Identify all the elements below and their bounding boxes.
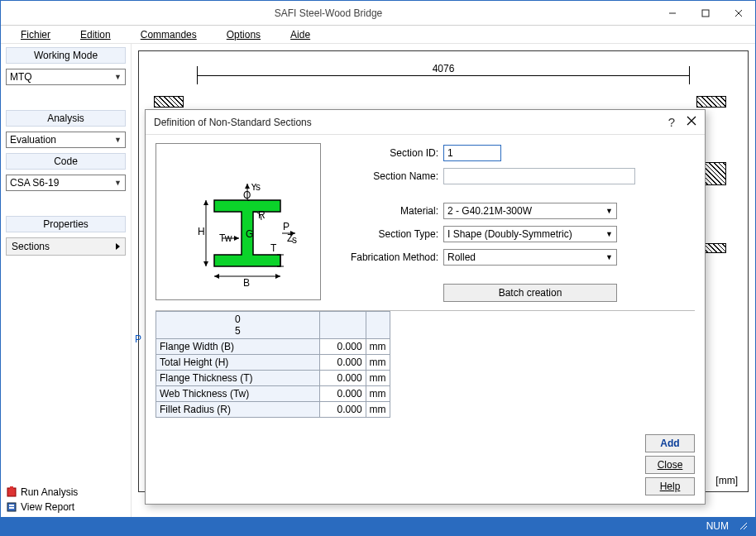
- row-label: Flange Width (B): [156, 339, 320, 355]
- add-button[interactable]: Add: [645, 434, 695, 452]
- run-analysis-icon: [6, 486, 17, 498]
- grid-header-blank: 0 5: [156, 312, 320, 339]
- svg-rect-1: [702, 10, 709, 17]
- svg-rect-8: [9, 507, 14, 509]
- working-mode-value: MTQ: [10, 71, 32, 83]
- row-unit: mm: [366, 386, 390, 402]
- table-row: Flange Thickness (T) 0.000 mm: [156, 371, 390, 386]
- grid-header-val: [319, 312, 366, 339]
- status-num: NUM: [706, 520, 729, 532]
- row-value-input[interactable]: 0.000: [319, 386, 366, 402]
- menubar: Fichier Edition Commandes Options Aide: [1, 26, 755, 44]
- svg-marker-30: [214, 274, 219, 279]
- row-label: Web Thickness (Tw): [156, 386, 320, 402]
- material-value: 2 - G40.21M-300W: [447, 205, 532, 217]
- batch-creation-button[interactable]: Batch creation: [443, 284, 617, 302]
- maximize-button[interactable]: [689, 1, 722, 25]
- working-mode-title: Working Mode: [6, 47, 126, 64]
- chevron-down-icon: ▼: [605, 207, 613, 215]
- close-window-button[interactable]: [722, 1, 755, 25]
- row-unit: mm: [366, 402, 390, 418]
- analysis-title: Analysis: [6, 110, 126, 127]
- dimension-value: 4076: [139, 63, 748, 74]
- table-row: Fillet Radius (R) 0.000 mm: [156, 402, 390, 418]
- section-name-input[interactable]: [443, 168, 635, 184]
- analysis-combo[interactable]: Evaluation ▼: [6, 132, 126, 148]
- p-marker: P: [135, 333, 141, 345]
- fab-method-dropdown[interactable]: Rolled ▼: [443, 249, 617, 266]
- minimize-icon: [668, 9, 677, 17]
- fab-method-label: Fabrication Method:: [331, 251, 438, 263]
- chevron-down-icon: ▼: [605, 253, 613, 261]
- section-type-dropdown[interactable]: I Shape (Doubly-Symmetric) ▼: [443, 226, 617, 242]
- resize-grip-icon[interactable]: [739, 521, 749, 531]
- svg-marker-27: [203, 261, 208, 266]
- row-value-input[interactable]: 0.000: [319, 402, 366, 418]
- run-analysis-link[interactable]: Run Analysis: [6, 486, 126, 499]
- dialog-help-button[interactable]: ?: [668, 115, 675, 129]
- row-unit: mm: [366, 339, 390, 355]
- view-report-link[interactable]: View Report: [6, 500, 126, 514]
- dialog-body: Ys Q P Zs G H B T: [146, 135, 705, 504]
- svg-marker-15: [245, 184, 250, 189]
- code-value: CSA S6-19: [10, 177, 59, 189]
- material-dropdown[interactable]: 2 - G40.21M-300W ▼: [443, 203, 617, 219]
- material-label: Material:: [331, 205, 438, 217]
- svg-text:B: B: [243, 277, 250, 289]
- svg-text:P: P: [283, 221, 289, 232]
- row-value-input[interactable]: 0.000: [319, 355, 366, 371]
- dialog-button-stack: Add Close Help: [645, 434, 695, 495]
- help-button[interactable]: Help: [645, 477, 695, 495]
- row-label: Fillet Radius (R): [156, 402, 320, 418]
- table-row: Flange Width (B) 0.000 mm: [156, 339, 390, 355]
- statusbar: NUM: [1, 517, 755, 535]
- dialog-title: Definition of Non-Standard Sections: [154, 117, 668, 128]
- svg-text:G: G: [246, 228, 253, 240]
- dialog-titlebar[interactable]: Definition of Non-Standard Sections ?: [146, 110, 705, 135]
- row-value-input[interactable]: 0.000: [319, 371, 366, 386]
- svg-line-10: [744, 526, 747, 529]
- form-column: Section ID: Section Name: Material: 2 - …: [331, 143, 695, 302]
- code-title: Code: [6, 153, 126, 170]
- row-value-input[interactable]: 0.000: [319, 339, 366, 355]
- menu-commands[interactable]: Commandes: [127, 27, 210, 42]
- maximize-icon: [701, 9, 710, 17]
- titlebar: SAFI Steel-Wood Bridge: [1, 1, 755, 26]
- row-unit: mm: [366, 371, 390, 386]
- view-report-icon: [6, 501, 17, 513]
- menu-options[interactable]: Options: [213, 27, 274, 42]
- menu-help[interactable]: Aide: [277, 27, 323, 42]
- section-diagram: Ys Q P Zs G H B T: [156, 143, 321, 300]
- svg-rect-7: [9, 505, 14, 506]
- row-unit: mm: [366, 355, 390, 371]
- grid-header-unit: [366, 312, 390, 339]
- menu-edit[interactable]: Edition: [67, 27, 124, 42]
- section-type-label: Section Type:: [331, 228, 438, 240]
- svg-text:Tw: Tw: [219, 232, 232, 244]
- row-label: Total Height (H): [156, 355, 320, 371]
- working-mode-combo[interactable]: MTQ ▼: [6, 69, 126, 85]
- dialog-close-button[interactable]: [687, 116, 696, 128]
- arrow-right-icon: [116, 243, 120, 250]
- parameter-grid-zone: 0 5 Flange Width (B) 0.000 mm Total Heig…: [156, 310, 695, 418]
- analysis-value: Evaluation: [10, 134, 56, 146]
- section-id-input[interactable]: [443, 145, 501, 161]
- sections-button[interactable]: Sections: [6, 237, 126, 256]
- close-button[interactable]: Close: [645, 456, 695, 474]
- unit-label: [mm]: [715, 475, 738, 486]
- svg-text:s: s: [292, 234, 297, 246]
- svg-rect-5: [10, 486, 13, 491]
- minimize-button[interactable]: [656, 1, 689, 25]
- chevron-down-icon: ▼: [114, 136, 122, 144]
- menu-file[interactable]: Fichier: [7, 27, 64, 42]
- table-row: Total Height (H) 0.000 mm: [156, 355, 390, 371]
- svg-line-9: [740, 523, 747, 529]
- support-hatch-left: [154, 96, 184, 108]
- parameter-grid: 0 5 Flange Width (B) 0.000 mm Total Heig…: [156, 311, 390, 418]
- chevron-down-icon: ▼: [114, 179, 122, 187]
- code-combo[interactable]: CSA S6-19 ▼: [6, 175, 126, 191]
- window-controls: [656, 1, 755, 25]
- table-row: Web Thickness (Tw) 0.000 mm: [156, 386, 390, 402]
- sidebar: Working Mode MTQ ▼ Analysis Evaluation ▼…: [1, 44, 132, 517]
- svg-text:T: T: [270, 242, 277, 254]
